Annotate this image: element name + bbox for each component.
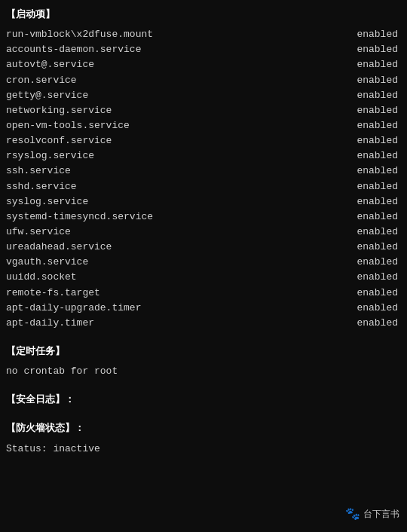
service-row: apt-daily.timerenabled: [6, 316, 401, 331]
service-name: getty@.service: [6, 88, 88, 103]
service-status: enabled: [338, 118, 398, 133]
service-status: enabled: [338, 316, 398, 331]
startup-section: 【启动项】 run-vmblock\x2dfuse.mountenabledac…: [6, 8, 401, 331]
service-status: enabled: [338, 57, 398, 72]
cron-section: 【定时任务】 no crontab for root: [6, 344, 401, 379]
service-row: autovt@.serviceenabled: [6, 57, 401, 72]
security-log-header: 【安全日志】：: [6, 393, 401, 408]
cron-content: no crontab for root: [6, 364, 401, 379]
startup-service-list: run-vmblock\x2dfuse.mountenabledaccounts…: [6, 27, 401, 331]
logo-icon: 🐾: [345, 506, 360, 524]
service-row: resolvconf.serviceenabled: [6, 133, 401, 148]
service-name: remote-fs.target: [6, 286, 100, 301]
service-status: enabled: [338, 209, 398, 225]
security-log-section: 【安全日志】：: [6, 393, 401, 408]
service-status: enabled: [338, 255, 398, 270]
service-name: apt-daily.timer: [6, 316, 94, 331]
service-name: rsyslog.service: [6, 148, 94, 164]
service-row: uuidd.socketenabled: [6, 270, 401, 285]
service-status: enabled: [338, 27, 398, 42]
service-row: getty@.serviceenabled: [6, 88, 401, 103]
service-row: ufw.serviceenabled: [6, 225, 401, 240]
service-row: rsyslog.serviceenabled: [6, 148, 401, 164]
service-row: ureadahead.serviceenabled: [6, 240, 401, 255]
service-name: uuidd.socket: [6, 270, 77, 285]
service-status: enabled: [338, 133, 398, 148]
service-row: syslog.serviceenabled: [6, 194, 401, 209]
firewall-status: Status: inactive: [6, 442, 401, 457]
service-name: sshd.service: [6, 179, 77, 194]
service-status: enabled: [338, 270, 398, 285]
service-row: accounts-daemon.serviceenabled: [6, 42, 401, 57]
cron-header: 【定时任务】: [6, 344, 401, 359]
service-row: apt-daily-upgrade.timerenabled: [6, 301, 401, 316]
service-status: enabled: [338, 225, 398, 240]
service-name: open-vm-tools.service: [6, 118, 130, 133]
firewall-header: 【防火墙状态】：: [6, 421, 401, 436]
service-row: ssh.serviceenabled: [6, 164, 401, 179]
service-status: enabled: [338, 194, 398, 209]
service-status: enabled: [338, 103, 398, 118]
logo: 🐾 台下言书: [345, 506, 399, 524]
service-status: enabled: [338, 42, 398, 57]
service-name: networking.service: [6, 103, 112, 118]
service-status: enabled: [338, 179, 398, 194]
logo-text: 台下言书: [363, 508, 399, 522]
service-row: remote-fs.targetenabled: [6, 286, 401, 301]
service-row: vgauth.serviceenabled: [6, 255, 401, 270]
service-row: networking.serviceenabled: [6, 103, 401, 118]
service-status: enabled: [338, 240, 398, 255]
service-row: run-vmblock\x2dfuse.mountenabled: [6, 27, 401, 42]
service-status: enabled: [338, 301, 398, 316]
service-status: enabled: [338, 164, 398, 179]
service-status: enabled: [338, 286, 398, 301]
service-name: syslog.service: [6, 194, 88, 209]
service-row: systemd-timesyncd.serviceenabled: [6, 209, 401, 225]
service-status: enabled: [338, 148, 398, 164]
service-row: cron.serviceenabled: [6, 73, 401, 88]
service-name: accounts-daemon.service: [6, 42, 141, 57]
service-name: run-vmblock\x2dfuse.mount: [6, 27, 153, 42]
service-row: open-vm-tools.serviceenabled: [6, 118, 401, 133]
service-name: ssh.service: [6, 164, 71, 179]
service-name: autovt@.service: [6, 57, 94, 72]
startup-header: 【启动项】: [6, 8, 401, 23]
service-name: apt-daily-upgrade.timer: [6, 301, 141, 316]
service-row: sshd.serviceenabled: [6, 179, 401, 194]
firewall-section: 【防火墙状态】： Status: inactive: [6, 421, 401, 456]
service-name: ufw.service: [6, 225, 71, 240]
service-name: resolvconf.service: [6, 133, 112, 148]
service-status: enabled: [338, 73, 398, 88]
service-name: vgauth.service: [6, 255, 88, 270]
service-status: enabled: [338, 88, 398, 103]
service-name: systemd-timesyncd.service: [6, 209, 153, 225]
service-name: ureadahead.service: [6, 240, 112, 255]
service-name: cron.service: [6, 73, 77, 88]
